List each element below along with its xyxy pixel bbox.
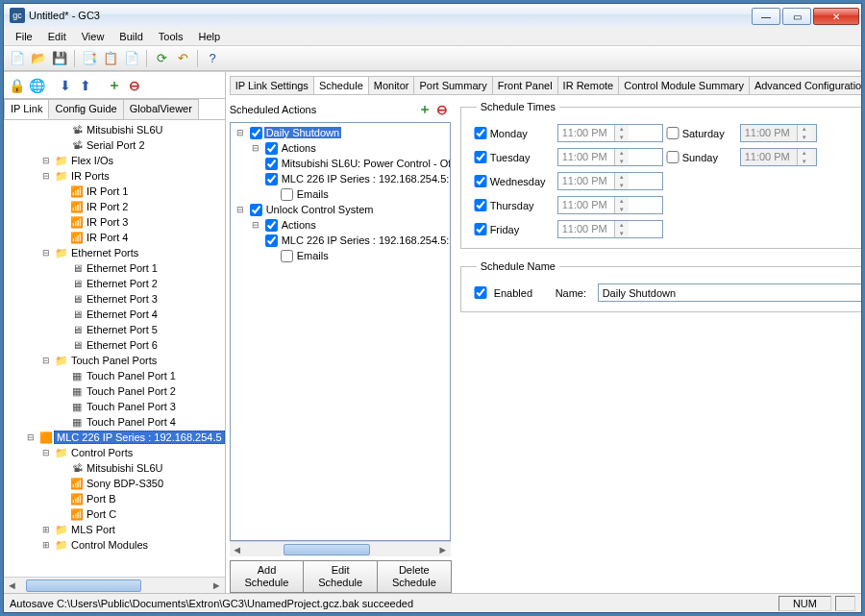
schedule-name-input[interactable] — [598, 283, 861, 302]
time-spinner[interactable]: 11:00 PM▲▼ — [740, 124, 817, 142]
day-checkbox[interactable] — [471, 199, 490, 211]
delete-schedule-button[interactable]: DeleteSchedule — [377, 560, 452, 593]
tab-front-panel[interactable]: Front Panel — [492, 76, 558, 94]
tree-item[interactable]: ⊟🟧MLC 226 IP Series : 192.168.254.5 — [4, 430, 225, 445]
tree-item[interactable]: 📶Port B — [4, 491, 225, 506]
help-icon[interactable]: ? — [203, 49, 222, 68]
tree-item[interactable]: 📽Serial Port 2 — [4, 137, 225, 153]
spin-down-icon[interactable]: ▼ — [615, 134, 629, 142]
refresh-icon[interactable]: ⟳ — [152, 49, 171, 68]
undo-icon[interactable]: ↶ — [173, 49, 192, 68]
add-schedule-icon[interactable]: ＋ — [416, 101, 433, 118]
tree-toggle-icon[interactable]: ⊟ — [38, 356, 54, 365]
minimize-button[interactable]: — — [752, 8, 780, 25]
time-spinner[interactable]: 11:00 PM▲▼ — [557, 196, 663, 214]
tree-item[interactable]: ▦Touch Panel Port 4 — [4, 414, 225, 430]
copy-icon[interactable]: 📋 — [101, 49, 120, 68]
sched-tree-item[interactable]: Emails — [231, 248, 450, 263]
tree-toggle-icon[interactable]: ⊟ — [248, 220, 263, 230]
tree-toggle-icon[interactable]: ⊟ — [38, 171, 54, 181]
new-icon[interactable]: 📄 — [8, 49, 27, 68]
tree-item[interactable]: ⊟📁Touch Panel Ports — [4, 353, 225, 368]
spin-down-icon[interactable]: ▼ — [615, 158, 629, 166]
day-checkbox[interactable] — [471, 223, 490, 235]
tab-schedule[interactable]: Schedule — [313, 76, 369, 94]
spin-up-icon[interactable]: ▲ — [798, 125, 811, 134]
spin-down-icon[interactable]: ▼ — [615, 182, 629, 190]
sched-item-checkbox[interactable] — [250, 204, 262, 216]
sched-item-checkbox[interactable] — [265, 173, 278, 185]
spin-up-icon[interactable]: ▲ — [615, 221, 629, 230]
tree-item[interactable]: ⊟📁Flex I/Os — [4, 153, 225, 168]
spin-down-icon[interactable]: ▼ — [615, 206, 629, 214]
spin-up-icon[interactable]: ▲ — [615, 197, 629, 206]
time-spinner[interactable]: 11:00 PM▲▼ — [557, 220, 663, 238]
spin-down-icon[interactable]: ▼ — [615, 230, 629, 238]
globe-delete-icon[interactable]: 🌐 — [28, 77, 45, 94]
tree-toggle-icon[interactable]: ⊟ — [38, 156, 54, 165]
time-spinner[interactable]: 11:00 PM▲▼ — [740, 148, 817, 166]
tree-item[interactable]: 🖥Ethernet Port 2 — [4, 276, 225, 291]
menu-edit[interactable]: Edit — [40, 29, 74, 44]
spin-down-icon[interactable]: ▼ — [798, 134, 811, 142]
tree-item[interactable]: ⊞📁Control Modules — [4, 537, 225, 553]
tree-toggle-icon[interactable]: ⊟ — [38, 448, 54, 457]
scheduled-actions-tree[interactable]: ⊟Daily Shutdown⊟ActionsMitsubishi SL6U: … — [230, 122, 451, 541]
remove-schedule-icon[interactable]: ⊖ — [433, 101, 451, 118]
maximize-button[interactable]: ▭ — [782, 8, 811, 25]
add-schedule-button[interactable]: AddSchedule — [230, 560, 305, 593]
tree-toggle-icon[interactable]: ⊟ — [23, 432, 38, 442]
tree-toggle-icon[interactable]: ⊟ — [233, 128, 248, 137]
down-arrow-icon[interactable]: ⬇ — [57, 77, 74, 94]
tab-config-guide[interactable]: Config Guide — [48, 99, 123, 119]
tree-item[interactable]: 📶IR Port 1 — [4, 184, 225, 199]
tab-advanced-configuration[interactable]: Advanced Configuration — [749, 76, 861, 94]
menu-file[interactable]: File — [8, 29, 40, 44]
close-button[interactable]: ✕ — [813, 8, 859, 25]
menu-build[interactable]: Build — [111, 29, 150, 44]
sched-tree-item[interactable]: ⊟Daily Shutdown — [231, 125, 450, 140]
sched-h-scrollbar[interactable]: ◄► — [230, 541, 451, 556]
sched-item-checkbox[interactable] — [265, 142, 278, 155]
tree-item[interactable]: 🖥Ethernet Port 4 — [4, 307, 225, 322]
tree-item[interactable]: 🖥Ethernet Port 6 — [4, 337, 225, 353]
tree-item[interactable]: ▦Touch Panel Port 3 — [4, 399, 225, 414]
sched-item-checkbox[interactable] — [250, 127, 262, 139]
sched-tree-item[interactable]: ⊟Actions — [231, 140, 450, 156]
sched-tree-item[interactable]: Mitsubishi SL6U: Power Control - Off — [231, 156, 450, 171]
add-icon[interactable]: ＋ — [106, 77, 123, 94]
day-checkbox[interactable] — [471, 127, 490, 139]
tree-item[interactable]: ▦Touch Panel Port 1 — [4, 368, 225, 383]
menu-view[interactable]: View — [74, 29, 112, 44]
tab-monitor[interactable]: Monitor — [368, 76, 415, 94]
tree-item[interactable]: 📶Sony BDP-S350 — [4, 476, 225, 491]
tree-toggle-icon[interactable]: ⊟ — [233, 205, 248, 214]
up-arrow-icon[interactable]: ⬆ — [77, 77, 94, 94]
tab-ip-link[interactable]: IP Link — [4, 99, 49, 119]
remove-icon[interactable]: ⊖ — [126, 77, 143, 94]
spin-up-icon[interactable]: ▲ — [615, 149, 629, 158]
tree-item[interactable]: ⊟📁Control Ports — [4, 445, 225, 460]
tree-item[interactable]: 🖥Ethernet Port 1 — [4, 260, 225, 276]
sched-tree-item[interactable]: Emails — [231, 186, 450, 202]
edit-schedule-button[interactable]: EditSchedule — [303, 560, 378, 593]
time-spinner[interactable]: 11:00 PM▲▼ — [557, 124, 663, 142]
tree-item[interactable]: 🖥Ethernet Port 3 — [4, 291, 225, 307]
tree-item[interactable]: 📶IR Port 4 — [4, 230, 225, 245]
tree-toggle-icon[interactable]: ⊞ — [38, 540, 54, 550]
tree-h-scrollbar[interactable]: ◄ ► — [4, 577, 225, 593]
tab-ip-link-settings[interactable]: IP Link Settings — [230, 76, 314, 94]
day-checkbox[interactable] — [471, 175, 490, 187]
sched-tree-item[interactable]: ⊟Unlock Control System — [231, 202, 450, 217]
spin-down-icon[interactable]: ▼ — [798, 158, 811, 166]
tree-item[interactable]: ⊟📁IR Ports — [4, 168, 225, 184]
tree-item[interactable]: ⊟📁Ethernet Ports — [4, 245, 225, 260]
spin-up-icon[interactable]: ▲ — [798, 149, 811, 158]
tree-toggle-icon[interactable]: ⊞ — [38, 525, 54, 534]
sched-item-checkbox[interactable] — [265, 158, 278, 170]
tree-item[interactable]: ⊞📁MLS Port — [4, 522, 225, 537]
time-spinner[interactable]: 11:00 PM▲▼ — [557, 148, 663, 166]
open-icon[interactable]: 📂 — [29, 49, 48, 68]
sched-tree-item[interactable]: ⊟Actions — [231, 217, 450, 233]
sched-item-checkbox[interactable] — [281, 188, 293, 201]
